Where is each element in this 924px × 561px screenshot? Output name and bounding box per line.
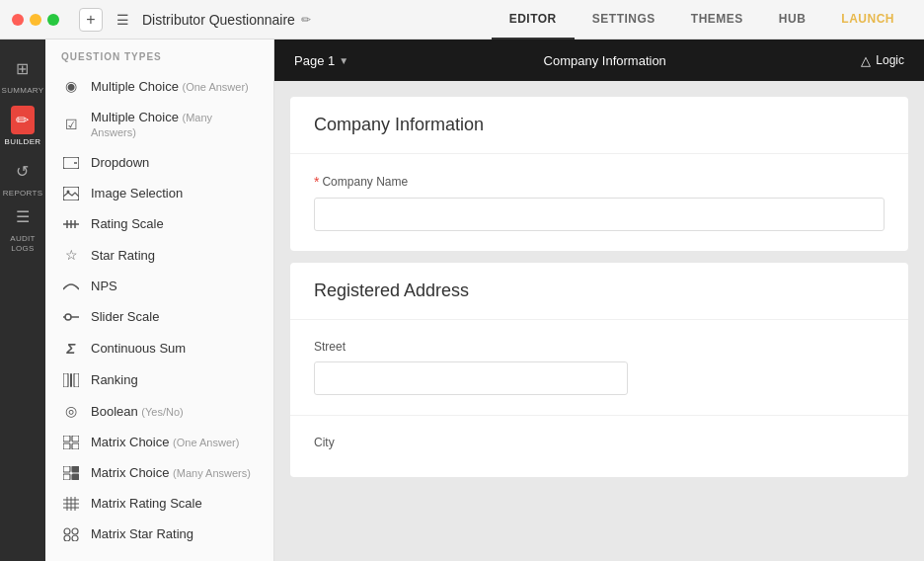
tab-editor[interactable]: EDITOR — [492, 0, 575, 40]
logic-button[interactable]: △ Logic — [861, 53, 904, 68]
city-field: City — [290, 416, 908, 477]
svg-point-9 — [65, 314, 71, 320]
sigma-icon: Σ — [61, 340, 81, 357]
required-star: * — [314, 174, 319, 190]
slider-icon — [61, 312, 81, 322]
ranking-icon — [61, 373, 81, 387]
svg-rect-19 — [63, 474, 70, 480]
svg-rect-14 — [72, 436, 79, 441]
qt-matrix-star-rating[interactable]: Matrix Star Rating — [45, 519, 273, 549]
svg-rect-10 — [63, 373, 68, 387]
left-sidebar: ⊞ SUMMARY ✏ BUILDER ↺ REPORTS ☰ AUDIT LO… — [0, 40, 45, 561]
company-info-section: Company Information * Company Name — [290, 97, 908, 251]
qt-ranking[interactable]: Ranking — [45, 364, 273, 395]
radio-icon: ◉ — [61, 78, 81, 94]
company-name-label: * Company Name — [314, 174, 885, 190]
matrix-rating-icon — [61, 497, 81, 511]
svg-point-28 — [72, 528, 78, 534]
svg-point-30 — [72, 535, 78, 541]
qt-dropdown[interactable]: Dropdown — [45, 147, 273, 178]
sidebar-item-summary[interactable]: ⊞ SUMMARY — [0, 49, 45, 99]
svg-rect-12 — [74, 373, 79, 387]
sidebar-item-builder[interactable]: ✏ BUILDER — [0, 101, 45, 150]
nav-tabs: EDITOR SETTINGS THEMES HUB LAUNCH — [492, 0, 912, 40]
maximize-button[interactable] — [47, 14, 59, 26]
company-info-title: Company Information — [290, 97, 908, 154]
tab-settings[interactable]: SETTINGS — [575, 0, 673, 40]
svg-rect-15 — [63, 443, 70, 449]
qt-star-rating[interactable]: ☆ Star Rating — [45, 239, 273, 271]
street-field: Street — [290, 320, 908, 415]
qt-multiple-choice-one[interactable]: ◉ Multiple Choice (One Answer) — [45, 70, 273, 102]
qt-slider-scale[interactable]: Slider Scale — [45, 301, 273, 332]
nps-icon — [61, 281, 81, 291]
edit-title-icon[interactable]: ✏ — [301, 13, 311, 27]
svg-rect-20 — [72, 474, 79, 480]
audit-logs-icon: ☰ — [16, 207, 30, 226]
logic-icon: △ — [861, 53, 871, 68]
close-button[interactable] — [12, 14, 24, 26]
menu-button[interactable]: ☰ — [111, 8, 134, 32]
sidebar-item-reports[interactable]: ↺ REPORTS — [0, 152, 45, 201]
page-dropdown-icon: ▼ — [339, 55, 348, 66]
svg-rect-16 — [72, 443, 79, 449]
tab-themes[interactable]: THEMES — [673, 0, 761, 40]
street-label: Street — [314, 340, 885, 354]
street-input[interactable] — [314, 361, 628, 395]
matrix-many-icon — [61, 466, 81, 480]
svg-rect-17 — [63, 466, 70, 472]
title-bar: + ☰ Distributor Questionnaire ✏ EDITOR S… — [0, 0, 924, 40]
registered-address-section: Registered Address Street City — [290, 263, 908, 477]
app-title: Distributor Questionnaire ✏ — [142, 12, 311, 28]
reports-icon: ↺ — [16, 162, 29, 181]
svg-rect-18 — [72, 466, 79, 472]
panel-header: QUESTION TYPES — [45, 40, 273, 70]
minimize-button[interactable] — [30, 14, 41, 26]
city-label: City — [314, 436, 885, 449]
qt-boolean[interactable]: ◎ Boolean (Yes/No) — [45, 395, 273, 427]
summary-icon: ⊞ — [16, 59, 29, 78]
tab-launch[interactable]: LAUNCH — [823, 0, 912, 40]
qt-rating-scale[interactable]: Rating Scale — [45, 208, 273, 239]
qt-image-selection[interactable]: Image Selection — [45, 178, 273, 208]
main-content: Page 1 ▼ Company Information △ Logic Com… — [274, 40, 924, 561]
company-name-input[interactable] — [314, 198, 885, 231]
svg-rect-11 — [70, 373, 72, 387]
main-layout: ⊞ SUMMARY ✏ BUILDER ↺ REPORTS ☰ AUDIT LO… — [0, 40, 924, 561]
traffic-lights — [12, 14, 59, 26]
registered-address-title: Registered Address — [290, 263, 908, 320]
svg-point-27 — [64, 528, 70, 534]
qt-matrix-choice-many[interactable]: Matrix Choice (Many Answers) — [45, 457, 273, 488]
content-area: Company Information * Company Name Regis… — [274, 81, 924, 505]
page-title: Company Information — [348, 53, 861, 68]
qt-matrix-rating-scale[interactable]: Matrix Rating Scale — [45, 488, 273, 519]
company-name-field: * Company Name — [290, 154, 908, 251]
add-button[interactable]: + — [79, 8, 103, 32]
tab-hub[interactable]: HUB — [761, 0, 824, 40]
dropdown-icon — [61, 157, 81, 169]
qt-multiple-choice-many[interactable]: ☑ Multiple Choice (Many Answers) — [45, 102, 273, 147]
rating-scale-icon — [61, 217, 81, 231]
checkbox-icon: ☑ — [61, 117, 81, 132]
page-header: Page 1 ▼ Company Information △ Logic — [274, 40, 924, 81]
qt-continuous-sum[interactable]: Σ Continuous Sum — [45, 332, 273, 364]
image-icon — [61, 187, 81, 200]
qt-matrix-choice-one[interactable]: Matrix Choice (One Answer) — [45, 427, 273, 457]
svg-rect-13 — [63, 436, 70, 441]
matrix-one-icon — [61, 436, 81, 449]
svg-point-29 — [64, 535, 70, 541]
sidebar-item-audit-logs[interactable]: ☰ AUDIT LOGS — [0, 203, 45, 253]
qt-nps[interactable]: NPS — [45, 271, 273, 301]
page-selector[interactable]: Page 1 ▼ — [294, 53, 348, 68]
boolean-icon: ◎ — [61, 403, 81, 419]
builder-icon: ✏ — [16, 111, 29, 129]
question-types-panel: QUESTION TYPES ◉ Multiple Choice (One An… — [45, 40, 274, 561]
star-icon: ☆ — [61, 247, 81, 263]
matrix-star-icon — [61, 527, 81, 541]
